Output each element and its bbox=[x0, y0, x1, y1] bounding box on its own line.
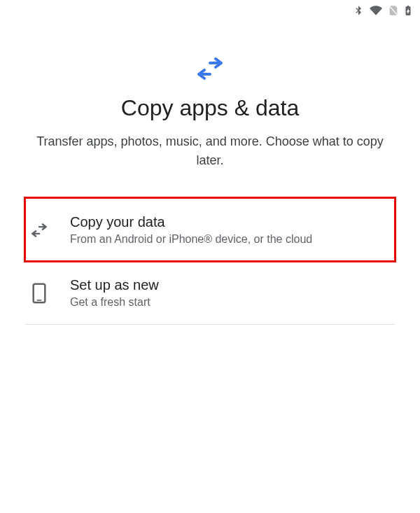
option-text: Copy your data From an Android or iPhone… bbox=[70, 214, 312, 246]
option-title: Copy your data bbox=[70, 214, 312, 230]
page-header: Copy apps & data Transfer apps, photos, … bbox=[0, 0, 420, 191]
transfer-icon bbox=[28, 56, 392, 81]
transfer-small-icon bbox=[28, 223, 50, 238]
no-sim-icon bbox=[388, 3, 399, 20]
page-subtitle: Transfer apps, photos, music, and more. … bbox=[28, 132, 392, 170]
svg-rect-1 bbox=[37, 300, 42, 301]
option-subtitle: From an Android or iPhone® device, or th… bbox=[70, 233, 312, 246]
phone-icon bbox=[28, 283, 50, 304]
wifi-icon bbox=[368, 4, 384, 20]
option-title: Set up as new bbox=[70, 277, 159, 293]
battery-charging-icon bbox=[403, 3, 413, 21]
option-subtitle: Get a fresh start bbox=[70, 296, 159, 309]
option-set-up-as-new[interactable]: Set up as new Get a fresh start bbox=[25, 261, 395, 325]
option-text: Set up as new Get a fresh start bbox=[70, 277, 159, 309]
bluetooth-icon bbox=[353, 3, 364, 20]
page-title: Copy apps & data bbox=[28, 95, 392, 121]
option-copy-your-data[interactable]: Copy your data From an Android or iPhone… bbox=[25, 198, 395, 261]
options-list: Copy your data From an Android or iPhone… bbox=[25, 198, 395, 325]
status-bar bbox=[353, 3, 413, 21]
